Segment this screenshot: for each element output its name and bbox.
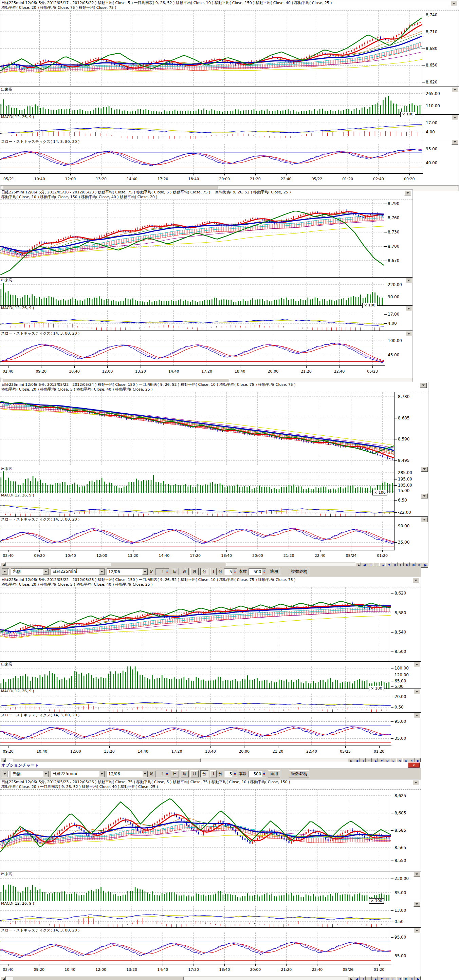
- nav-button-3[interactable]: ▲: [372, 976, 378, 980]
- price-scale-button[interactable]: [451, 1, 457, 6]
- volume-scale-button[interactable]: [421, 466, 428, 472]
- spin-up-icon[interactable]: [263, 772, 265, 774]
- spin-buttons[interactable]: [262, 771, 266, 777]
- nav-button-4[interactable]: ▼: [378, 976, 384, 980]
- macd-chart-canvas[interactable]: [0, 310, 384, 331]
- bars-spinner[interactable]: 500: [249, 568, 266, 575]
- macd-scale-button[interactable]: [413, 689, 420, 694]
- scrollbar-track[interactable]: [6, 976, 348, 980]
- spin-up-icon[interactable]: [234, 772, 236, 774]
- volume-chart-canvas[interactable]: [0, 667, 391, 689]
- stoch-chart-canvas[interactable]: [0, 718, 391, 746]
- chevron-down-icon[interactable]: [99, 569, 105, 575]
- volume-scale-button[interactable]: [413, 872, 420, 877]
- macd-scale-button[interactable]: [405, 306, 412, 311]
- nav-button-5[interactable]: D: [384, 976, 390, 980]
- spin-buttons[interactable]: [233, 569, 237, 575]
- price-scale-button[interactable]: [413, 578, 419, 583]
- spin-buttons[interactable]: [262, 569, 266, 575]
- contract-select[interactable]: 12/06: [107, 771, 148, 777]
- stoch-scale-button[interactable]: [421, 517, 428, 522]
- chevron-down-icon[interactable]: [142, 569, 148, 575]
- bars-spinner[interactable]: 500: [249, 771, 266, 777]
- price-scale-button[interactable]: [404, 190, 411, 196]
- stoch-chart-canvas[interactable]: [0, 144, 422, 173]
- macd-chart-canvas[interactable]: [0, 119, 422, 139]
- volume-scale-button[interactable]: [413, 662, 420, 667]
- stoch-scale-button[interactable]: [405, 331, 412, 336]
- stoch-chart-canvas[interactable]: [0, 336, 384, 366]
- volume-chart-canvas[interactable]: [0, 876, 391, 901]
- window-selector-dropdown[interactable]: [2, 771, 9, 777]
- stoch-chart-canvas[interactable]: [0, 932, 391, 964]
- nav-button-8[interactable]: ⊕: [402, 976, 408, 980]
- chevron-down-icon[interactable]: [142, 771, 148, 777]
- volume-chart-canvas[interactable]: [0, 471, 394, 493]
- price-chart-canvas[interactable]: [0, 392, 394, 466]
- chevron-down-icon[interactable]: [43, 771, 49, 777]
- volume-scale-button[interactable]: [405, 278, 412, 283]
- volume-chart-canvas[interactable]: [0, 92, 422, 115]
- spin-down-icon[interactable]: [234, 774, 236, 775]
- stoch-scale-button[interactable]: [413, 713, 420, 718]
- minute-spinner[interactable]: 5: [224, 771, 237, 777]
- period-button-4[interactable]: T: [210, 770, 217, 777]
- macd-chart-canvas[interactable]: [0, 498, 394, 517]
- category-select[interactable]: 先物: [11, 568, 49, 575]
- price-chart-canvas[interactable]: [0, 200, 384, 277]
- multi-symbol-button[interactable]: 複数銘柄: [289, 770, 309, 777]
- symbol-select[interactable]: 日経225mini: [51, 771, 105, 777]
- stoch-scale-button[interactable]: [413, 928, 420, 933]
- period-button-0[interactable]: 日: [171, 568, 179, 575]
- scrollbar-thumb[interactable]: [13, 977, 184, 980]
- period-button-0[interactable]: 日: [171, 770, 179, 777]
- price-chart-canvas[interactable]: [0, 587, 391, 661]
- spin-up-icon[interactable]: [234, 570, 236, 571]
- spin-down-icon[interactable]: [263, 572, 265, 573]
- chevron-down-icon[interactable]: [43, 569, 49, 575]
- macd-scale-button[interactable]: [451, 115, 458, 120]
- spin-down-icon[interactable]: [234, 572, 236, 573]
- contract-select[interactable]: 12/06: [107, 568, 148, 575]
- nav-button-10[interactable]: ▶: [414, 976, 421, 980]
- macd-scale-button[interactable]: [413, 902, 420, 907]
- nav-button-10[interactable]: ▶: [422, 562, 428, 568]
- price-scale-button[interactable]: [413, 780, 419, 785]
- nav-button-1[interactable]: ＋: [360, 976, 366, 980]
- chevron-down-icon[interactable]: [99, 771, 105, 777]
- period-button-3[interactable]: 分: [200, 568, 209, 575]
- nav-button-6[interactable]: L: [390, 976, 396, 980]
- period-button-3[interactable]: 分: [200, 770, 209, 777]
- period-button-1[interactable]: 週: [181, 568, 189, 575]
- nav-button-7[interactable]: R: [396, 976, 402, 980]
- apply-button[interactable]: 適用: [268, 770, 280, 777]
- multi-symbol-button[interactable]: 複数銘柄: [289, 568, 309, 575]
- price-chart-canvas[interactable]: [0, 11, 422, 86]
- symbol-select[interactable]: 日経225mini: [51, 568, 105, 575]
- nav-button-2[interactable]: −: [366, 976, 372, 980]
- minute-spinner[interactable]: 5: [224, 568, 237, 575]
- price-scale-button[interactable]: [420, 383, 427, 388]
- stoch-scale-button[interactable]: [451, 140, 458, 145]
- period-button-4[interactable]: T: [210, 568, 217, 575]
- nav-button-9[interactable]: ×: [408, 976, 414, 980]
- scroll-right-button[interactable]: ▶: [348, 976, 354, 980]
- spin-down-icon[interactable]: [263, 774, 265, 775]
- price-chart-canvas[interactable]: [0, 790, 391, 871]
- macd-chart-canvas[interactable]: [0, 906, 391, 928]
- nav-button-0[interactable]: ◀: [354, 976, 360, 980]
- volume-chart-canvas[interactable]: [0, 282, 384, 305]
- period-button-2[interactable]: 月: [190, 568, 199, 575]
- volume-scale-button[interactable]: [451, 87, 458, 92]
- macd-scale-button[interactable]: [421, 493, 428, 498]
- spin-buttons[interactable]: [233, 771, 237, 777]
- period-button-2[interactable]: 月: [190, 770, 199, 777]
- spin-up-icon[interactable]: [263, 570, 265, 571]
- macd-chart-canvas[interactable]: [0, 694, 391, 712]
- category-select[interactable]: 先物: [11, 771, 49, 777]
- apply-button[interactable]: 適用: [268, 568, 280, 575]
- chevron-down-icon[interactable]: [2, 771, 8, 777]
- close-button[interactable]: ×: [408, 762, 420, 768]
- chevron-down-icon[interactable]: [2, 569, 8, 575]
- stoch-chart-canvas[interactable]: [0, 522, 394, 550]
